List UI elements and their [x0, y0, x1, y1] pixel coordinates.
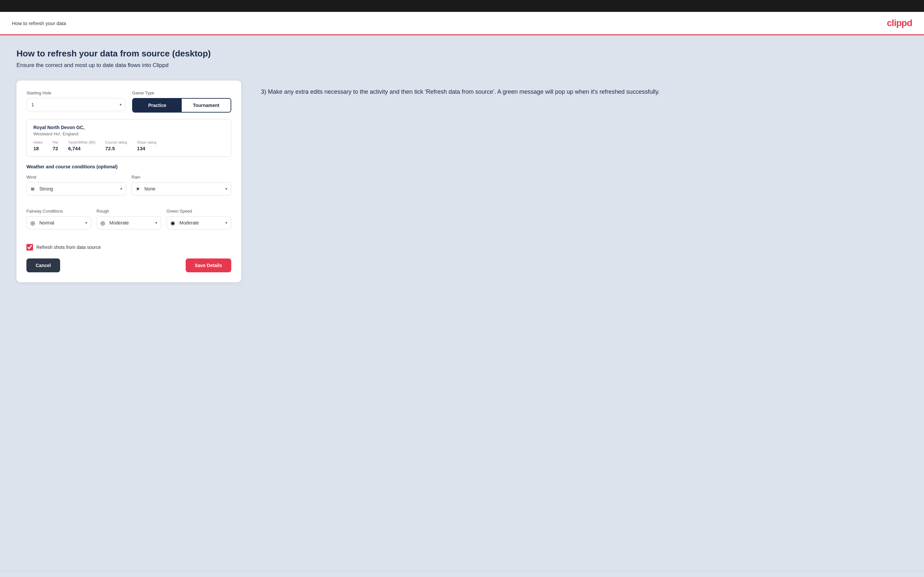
- slope-rating-value: 134: [137, 145, 157, 151]
- starting-hole-group: Starting Hole 1 10 ▾: [26, 90, 126, 113]
- game-type-group: Game Type Practice Tournament: [132, 90, 231, 113]
- starting-hole-wrapper: 1 10 ▾: [26, 98, 126, 111]
- wind-select[interactable]: Strong Light None: [26, 182, 126, 195]
- course-info-box: Royal North Devon GC, Westward Ho!, Engl…: [26, 119, 231, 157]
- rain-group: Rain ☀ None Light Heavy ▾: [131, 175, 231, 195]
- course-name: Royal North Devon GC,: [33, 125, 224, 130]
- rain-label: Rain: [131, 175, 231, 180]
- page-subtitle: Ensure the correct and most up to date d…: [16, 62, 908, 69]
- rough-group: Rough ◎ Moderate Light Heavy ▾: [97, 209, 161, 229]
- right-panel: 3) Make any extra edits necessary to the…: [261, 81, 908, 97]
- green-speed-group: Green Speed ◉ Moderate Slow Fast ▾: [166, 209, 231, 229]
- yards-value: 6,744: [68, 145, 95, 151]
- button-row: Cancel Save Details: [26, 258, 231, 272]
- header-title: How to refresh your data: [12, 21, 66, 26]
- par-value: 72: [53, 145, 58, 151]
- save-button[interactable]: Save Details: [186, 258, 232, 272]
- fairway-label: Fairway Conditions: [26, 209, 91, 214]
- fairway-select-wrapper: ◎ Normal Soft Firm ▾: [26, 216, 91, 229]
- top-bar: [0, 0, 924, 12]
- holes-value: 18: [33, 145, 43, 151]
- green-speed-label: Green Speed: [166, 209, 231, 214]
- logo: clippd: [887, 18, 912, 28]
- page-title: How to refresh your data from source (de…: [16, 48, 908, 59]
- footer: Copyright Clippd 2022: [0, 571, 924, 577]
- green-speed-select[interactable]: Moderate Slow Fast: [166, 216, 231, 229]
- refresh-checkbox-row: Refresh shots from data source: [26, 244, 231, 251]
- main-content: How to refresh your data from source (de…: [0, 35, 924, 571]
- course-stats: Holes 18 Par 72 Yards/White (M)) 6,744 C…: [33, 140, 224, 151]
- right-panel-text: 3) Make any extra edits necessary to the…: [261, 87, 908, 97]
- course-location: Westward Ho!, England: [33, 131, 224, 136]
- content-row: Starting Hole 1 10 ▾ Game Type Practice …: [16, 81, 908, 282]
- conditions-top-row: Wind ≋ Strong Light None ▾: [26, 175, 231, 202]
- game-type-toggle: Practice Tournament: [132, 98, 231, 113]
- starting-hole-label: Starting Hole: [26, 90, 126, 95]
- rain-select[interactable]: None Light Heavy: [131, 182, 231, 195]
- fairway-select[interactable]: Normal Soft Firm: [26, 216, 91, 229]
- par-label: Par: [53, 140, 58, 144]
- holes-label: Holes: [33, 140, 43, 144]
- refresh-label: Refresh shots from data source: [36, 245, 101, 250]
- course-rating-value: 72.5: [105, 145, 127, 151]
- rough-label: Rough: [97, 209, 161, 214]
- slope-rating-label: Slope rating: [137, 140, 157, 144]
- cancel-button[interactable]: Cancel: [26, 258, 60, 272]
- rough-select[interactable]: Moderate Light Heavy: [97, 216, 161, 229]
- rough-select-wrapper: ◎ Moderate Light Heavy ▾: [97, 216, 161, 229]
- conditions-bottom-row: Fairway Conditions ◎ Normal Soft Firm ▾: [26, 209, 231, 236]
- rain-select-wrapper: ☀ None Light Heavy ▾: [131, 182, 231, 195]
- wind-label: Wind: [26, 175, 126, 180]
- top-form-row: Starting Hole 1 10 ▾ Game Type Practice …: [26, 90, 231, 113]
- stat-yards: Yards/White (M)) 6,744: [68, 140, 95, 151]
- stat-par: Par 72: [53, 140, 58, 151]
- stat-course-rating: Course rating 72.5: [105, 140, 127, 151]
- game-type-label: Game Type: [132, 90, 231, 95]
- stat-holes: Holes 18: [33, 140, 43, 151]
- course-rating-label: Course rating: [105, 140, 127, 144]
- wind-select-wrapper: ≋ Strong Light None ▾: [26, 182, 126, 195]
- yards-label: Yards/White (M)): [68, 140, 95, 144]
- starting-hole-select[interactable]: 1 10: [26, 98, 126, 111]
- stat-slope-rating: Slope rating 134: [137, 140, 157, 151]
- fairway-group: Fairway Conditions ◎ Normal Soft Firm ▾: [26, 209, 91, 229]
- green-speed-select-wrapper: ◉ Moderate Slow Fast ▾: [166, 216, 231, 229]
- conditions-title: Weather and course conditions (optional): [26, 164, 231, 169]
- header: How to refresh your data clippd: [0, 12, 924, 35]
- refresh-checkbox[interactable]: [26, 244, 33, 251]
- tournament-button[interactable]: Tournament: [182, 99, 231, 112]
- wind-group: Wind ≋ Strong Light None ▾: [26, 175, 126, 195]
- form-card: Starting Hole 1 10 ▾ Game Type Practice …: [16, 81, 241, 282]
- practice-button[interactable]: Practice: [133, 99, 182, 112]
